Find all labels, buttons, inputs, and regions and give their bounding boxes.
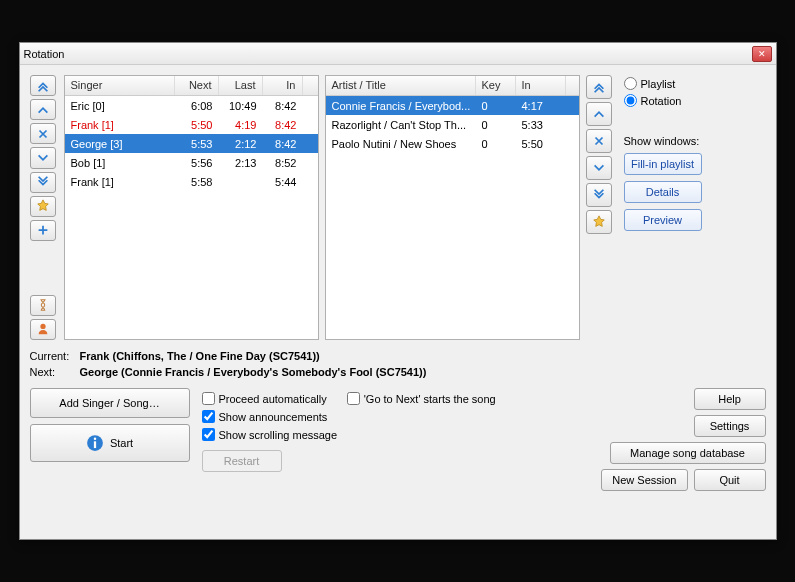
rotation-window: Rotation ✕ Singer Next bbox=[19, 42, 777, 540]
next-value: George (Connie Francis / Everybody's Som… bbox=[80, 366, 427, 378]
move-up-icon[interactable] bbox=[30, 99, 56, 120]
move-down-icon[interactable] bbox=[30, 147, 56, 168]
col-singer[interactable]: Singer bbox=[65, 76, 175, 95]
footer-buttons: Help Settings Manage song database New S… bbox=[601, 388, 765, 491]
song-move-up-icon[interactable] bbox=[586, 102, 612, 126]
add-icon[interactable] bbox=[30, 220, 56, 241]
start-button[interactable]: Start bbox=[30, 424, 190, 462]
svg-rect-2 bbox=[94, 441, 96, 448]
table-row[interactable]: Paolo Nutini / New Shoes05:50 bbox=[326, 134, 579, 153]
current-label: Current: bbox=[30, 348, 80, 364]
current-value: Frank (Chiffons, The / One Fine Day (SC7… bbox=[80, 350, 320, 362]
delete-icon[interactable] bbox=[30, 123, 56, 144]
table-row[interactable]: Eric [0]6:0810:498:42 bbox=[65, 96, 318, 115]
restart-button[interactable]: Restart bbox=[202, 450, 282, 472]
help-button[interactable]: Help bbox=[694, 388, 766, 410]
singers-header[interactable]: Singer Next Last In bbox=[65, 76, 318, 96]
svg-point-0 bbox=[40, 324, 45, 329]
radio-playlist[interactable]: Playlist bbox=[624, 75, 766, 92]
table-row[interactable]: Bob [1]5:562:138:52 bbox=[65, 153, 318, 172]
col-key[interactable]: Key bbox=[476, 76, 516, 95]
chk-gotonext[interactable]: 'Go to Next' starts the song bbox=[347, 392, 496, 405]
chk-announce[interactable]: Show announcements bbox=[202, 410, 590, 423]
star-icon[interactable] bbox=[30, 196, 56, 217]
fillin-playlist-button[interactable]: Fill-in playlist bbox=[624, 153, 702, 175]
songs-toolbar bbox=[586, 75, 614, 340]
preview-button[interactable]: Preview bbox=[624, 209, 702, 231]
svg-point-3 bbox=[94, 437, 96, 439]
details-button[interactable]: Details bbox=[624, 181, 702, 203]
settings-button[interactable]: Settings bbox=[694, 415, 766, 437]
window-body: Singer Next Last In Eric [0]6:0810:498:4… bbox=[20, 65, 776, 539]
singers-rows[interactable]: Eric [0]6:0810:498:42Frank [1]5:504:198:… bbox=[65, 96, 318, 339]
close-icon[interactable]: ✕ bbox=[752, 46, 772, 62]
table-row[interactable]: Connie Francis / Everybod...04:17 bbox=[326, 96, 579, 115]
window-title: Rotation bbox=[24, 48, 752, 60]
right-column: Playlist Rotation Show windows: Fill-in … bbox=[620, 75, 766, 340]
chk-proceed[interactable]: Proceed automatically bbox=[202, 392, 327, 405]
next-label: Next: bbox=[30, 364, 80, 380]
song-move-bottom-icon[interactable] bbox=[586, 183, 612, 207]
table-row[interactable]: Razorlight / Can't Stop Th...05:33 bbox=[326, 115, 579, 134]
song-delete-icon[interactable] bbox=[586, 129, 612, 153]
bottom-row: Add Singer / Song… Start Proceed automat… bbox=[30, 388, 766, 491]
song-star-icon[interactable] bbox=[586, 210, 612, 234]
song-move-down-icon[interactable] bbox=[586, 156, 612, 180]
move-bottom-icon[interactable] bbox=[30, 172, 56, 193]
user-icon[interactable] bbox=[30, 319, 56, 340]
main-row: Singer Next Last In Eric [0]6:0810:498:4… bbox=[30, 75, 766, 340]
quit-button[interactable]: Quit bbox=[694, 469, 766, 491]
col-in2[interactable]: In bbox=[516, 76, 566, 95]
song-move-top-icon[interactable] bbox=[586, 75, 612, 99]
chk-scroll[interactable]: Show scrolling message bbox=[202, 428, 590, 441]
show-windows-label: Show windows: bbox=[624, 135, 766, 147]
info-icon bbox=[86, 434, 104, 452]
songs-panel: Artist / Title Key In Connie Francis / E… bbox=[325, 75, 580, 340]
col-in[interactable]: In bbox=[263, 76, 303, 95]
singers-panel: Singer Next Last In Eric [0]6:0810:498:4… bbox=[64, 75, 319, 340]
col-title[interactable]: Artist / Title bbox=[326, 76, 476, 95]
table-row[interactable]: Frank [1]5:585:44 bbox=[65, 172, 318, 191]
table-row[interactable]: George [3]5:532:128:42 bbox=[65, 134, 318, 153]
left-buttons: Add Singer / Song… Start bbox=[30, 388, 190, 491]
options-checks: Proceed automatically 'Go to Next' start… bbox=[202, 388, 590, 491]
timer-icon[interactable] bbox=[30, 295, 56, 316]
move-top-icon[interactable] bbox=[30, 75, 56, 96]
add-singer-song-button[interactable]: Add Singer / Song… bbox=[30, 388, 190, 418]
songs-rows[interactable]: Connie Francis / Everybod...04:17Razorli… bbox=[326, 96, 579, 339]
titlebar[interactable]: Rotation ✕ bbox=[20, 43, 776, 65]
singers-toolbar bbox=[30, 75, 58, 340]
songs-header[interactable]: Artist / Title Key In bbox=[326, 76, 579, 96]
col-last[interactable]: Last bbox=[219, 76, 263, 95]
now-playing-info: Current:Frank (Chiffons, The / One Fine … bbox=[30, 348, 766, 380]
manage-db-button[interactable]: Manage song database bbox=[610, 442, 766, 464]
table-row[interactable]: Frank [1]5:504:198:42 bbox=[65, 115, 318, 134]
new-session-button[interactable]: New Session bbox=[601, 469, 687, 491]
radio-rotation[interactable]: Rotation bbox=[624, 92, 766, 109]
col-next[interactable]: Next bbox=[175, 76, 219, 95]
